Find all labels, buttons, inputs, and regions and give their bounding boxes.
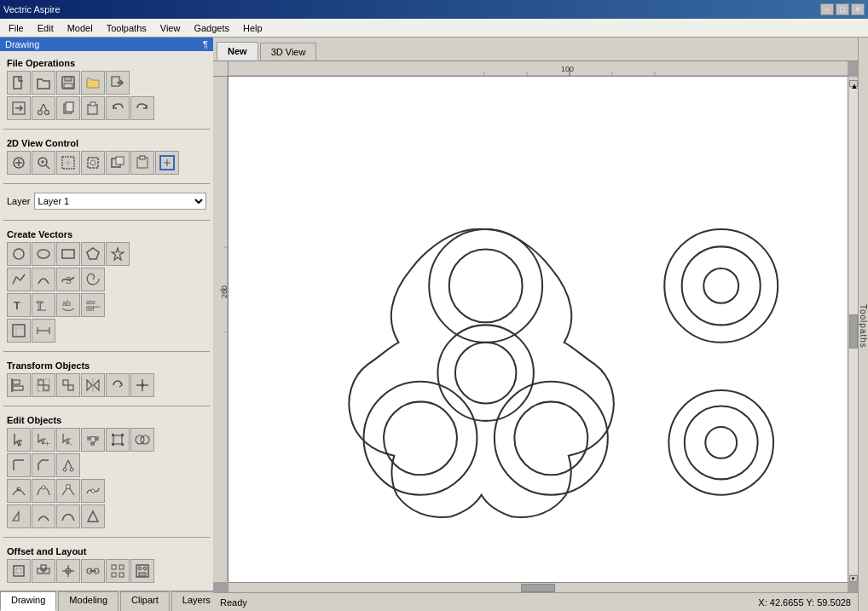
tab-drawing[interactable]: Drawing [0, 591, 56, 611]
menu-view[interactable]: View [153, 21, 188, 35]
save-button[interactable] [56, 71, 80, 95]
node-corner-button[interactable] [56, 479, 80, 503]
menu-toolpaths[interactable]: Toolpaths [100, 21, 153, 35]
svg-rect-92 [41, 565, 46, 570]
copy-button[interactable] [56, 96, 80, 120]
weld-button[interactable] [130, 428, 154, 452]
section-offset-layout: Offset and Layout [3, 541, 210, 588]
dimension-button[interactable] [32, 319, 55, 343]
menu-model[interactable]: Model [61, 21, 100, 35]
svg-text:T: T [14, 299, 20, 312]
tab-3dview[interactable]: 3D View [260, 43, 317, 61]
panel-pin[interactable]: ¶ [203, 39, 208, 49]
minimize-button[interactable]: − [820, 3, 834, 15]
nest-button[interactable] [130, 559, 154, 583]
scrollbar-vertical[interactable]: ▲ ▼ [848, 77, 858, 582]
menu-gadgets[interactable]: Gadgets [187, 21, 236, 35]
svg-rect-26 [88, 158, 98, 168]
node-add-button[interactable]: + [7, 479, 31, 503]
open-button[interactable] [32, 71, 55, 95]
svg-point-9 [45, 111, 49, 115]
transform-select-button[interactable] [106, 428, 130, 452]
move-point-button[interactable] [130, 373, 154, 397]
text-on-curve-button[interactable]: ab [56, 293, 80, 317]
pan-button[interactable] [130, 151, 154, 175]
svg-text:def: def [86, 306, 95, 312]
group-button[interactable] [32, 373, 55, 397]
canvas-area[interactable]: 100 260 [213, 61, 858, 592]
offset-button[interactable] [7, 559, 31, 583]
spiral-button[interactable] [81, 268, 105, 291]
offset-arr-button[interactable] [32, 559, 55, 583]
undo-button[interactable] [106, 96, 130, 120]
ungroup-button[interactable] [56, 373, 80, 397]
fillet-button[interactable] [7, 453, 31, 477]
mirror-button[interactable] [81, 373, 105, 397]
arc-button[interactable] [32, 268, 55, 291]
select-button[interactable] [7, 428, 31, 452]
tabs-bar: New 3D View [213, 37, 858, 61]
text-flow-button[interactable]: abcdef [81, 293, 105, 317]
new-file-button[interactable] [7, 71, 31, 95]
rectangle-button[interactable] [56, 242, 80, 266]
select-sub-button[interactable]: - [56, 428, 80, 452]
open-folder-button[interactable] [81, 71, 105, 95]
circle-button[interactable] [7, 242, 31, 266]
drawing-canvas[interactable] [229, 77, 848, 582]
tab-clipart[interactable]: Clipart [120, 591, 170, 611]
close-button[interactable]: × [851, 3, 865, 15]
text-button[interactable]: T [7, 293, 31, 317]
chamfer-button[interactable] [32, 453, 55, 477]
zoom-all-button[interactable] [7, 151, 31, 175]
scrollbar-v-thumb[interactable] [849, 314, 858, 349]
tab-modeling[interactable]: Modeling [58, 591, 119, 611]
layer-row: Layer Layer 1 [7, 193, 206, 210]
scrollbar-horizontal[interactable] [229, 582, 848, 592]
text-outline-button[interactable]: T [32, 293, 55, 317]
import-button[interactable] [7, 96, 31, 120]
rotate-button[interactable] [106, 373, 130, 397]
zoom-box-button[interactable] [56, 151, 80, 175]
matrix-button[interactable] [106, 559, 130, 583]
zoom-full-button[interactable] [155, 151, 179, 175]
export-button[interactable] [106, 71, 130, 95]
center-button[interactable] [56, 559, 80, 583]
svg-point-124 [449, 249, 523, 322]
tab-new[interactable]: New [217, 42, 258, 61]
cut-button[interactable] [32, 96, 55, 120]
menu-edit[interactable]: Edit [31, 21, 61, 35]
ellipse-button[interactable] [32, 242, 55, 266]
s-curve-button[interactable]: S [56, 268, 80, 291]
select-add-button[interactable]: + [32, 428, 55, 452]
span-line-button[interactable] [7, 504, 31, 528]
zoom-selection-button[interactable] [81, 151, 105, 175]
polygon-button[interactable] [81, 242, 105, 266]
join-button[interactable] [81, 559, 105, 583]
star-button[interactable] [106, 242, 130, 266]
zoom-last-button[interactable] [106, 151, 130, 175]
maximize-button[interactable]: □ [836, 3, 849, 15]
zoom-in-button[interactable] [32, 151, 55, 175]
board-button[interactable] [7, 319, 31, 343]
svg-point-134 [705, 427, 737, 458]
redo-button[interactable] [130, 96, 154, 120]
scroll-up-button[interactable]: ▲ [849, 80, 858, 87]
svg-rect-48 [13, 325, 25, 337]
node-smooth-button[interactable] [32, 479, 55, 503]
paste-button[interactable] [81, 96, 105, 120]
scroll-down-button[interactable]: ▼ [849, 575, 858, 582]
svg-marker-87 [13, 512, 19, 521]
line-button[interactable] [7, 268, 31, 291]
span-bezier-button[interactable] [56, 504, 80, 528]
align-button[interactable] [7, 373, 31, 397]
layer-select[interactable]: Layer 1 [34, 193, 206, 210]
menu-file[interactable]: File [2, 21, 31, 35]
node-sym-button[interactable] [81, 479, 105, 503]
trim-button[interactable] [56, 453, 80, 477]
close-span-button[interactable] [81, 504, 105, 528]
svg-text:abc: abc [86, 299, 96, 305]
menu-help[interactable]: Help [236, 21, 269, 35]
scrollbar-h-thumb[interactable] [521, 584, 555, 592]
node-edit-button[interactable] [81, 428, 105, 452]
span-arc-button[interactable] [32, 504, 55, 528]
